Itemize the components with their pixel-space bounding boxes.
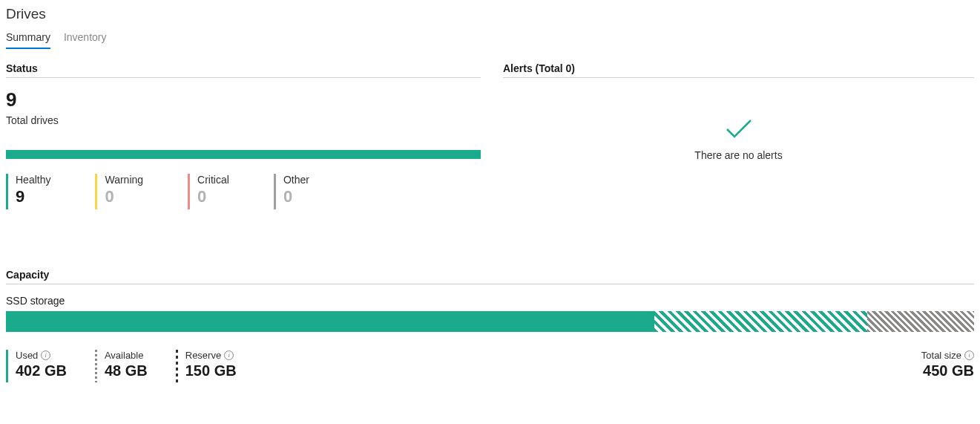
tabs: Summary Inventory bbox=[6, 31, 974, 49]
capacity-bar bbox=[6, 311, 974, 332]
accent-critical bbox=[188, 174, 190, 209]
capacity-card-available: Available 48 GB bbox=[95, 350, 148, 382]
status-value: 9 bbox=[16, 187, 50, 206]
capacity-used-label: Used bbox=[16, 350, 38, 361]
status-bar bbox=[6, 150, 481, 159]
status-card-warning: Warning 0 bbox=[95, 174, 143, 209]
accent-warning bbox=[95, 174, 97, 209]
capacity-available-label: Available bbox=[105, 350, 144, 361]
capacity-meta: Used i 402 GB Available 48 GB bbox=[6, 350, 974, 382]
capacity-total-label: Total size bbox=[921, 350, 961, 361]
info-icon[interactable]: i bbox=[224, 350, 234, 360]
status-total-value: 9 bbox=[6, 88, 481, 111]
capacity-bar-reserve bbox=[654, 311, 867, 332]
status-header: Status bbox=[6, 62, 481, 78]
accent-reserve bbox=[176, 350, 178, 382]
info-icon[interactable]: i bbox=[964, 350, 974, 360]
capacity-total-value: 450 GB bbox=[921, 362, 974, 379]
alerts-panel: Alerts (Total 0) There are no alerts bbox=[503, 62, 974, 209]
tab-inventory[interactable]: Inventory bbox=[64, 31, 107, 49]
status-label: Warning bbox=[105, 174, 143, 186]
capacity-panel: Capacity SSD storage Used i 402 GB bbox=[6, 269, 974, 382]
capacity-reserve-label: Reserve bbox=[185, 350, 221, 361]
capacity-used-value: 402 GB bbox=[16, 362, 67, 379]
status-value: 0 bbox=[105, 187, 143, 206]
info-icon[interactable]: i bbox=[41, 350, 50, 360]
status-value: 0 bbox=[283, 187, 309, 206]
status-label: Other bbox=[283, 174, 309, 186]
accent-available bbox=[95, 350, 97, 382]
checkmark-icon bbox=[724, 118, 754, 142]
capacity-bar-available bbox=[867, 311, 974, 332]
accent-healthy bbox=[6, 174, 8, 209]
status-panel: Status 9 Total drives Healthy 9 Warning … bbox=[6, 62, 481, 209]
capacity-header: Capacity bbox=[6, 269, 974, 284]
status-value: 0 bbox=[197, 187, 229, 206]
status-card-critical: Critical 0 bbox=[188, 174, 229, 209]
capacity-card-reserve: Reserve i 150 GB bbox=[176, 350, 237, 382]
status-card-healthy: Healthy 9 bbox=[6, 174, 50, 209]
status-label: Critical bbox=[197, 174, 229, 186]
accent-used bbox=[6, 350, 8, 382]
alerts-empty-text: There are no alerts bbox=[694, 149, 782, 161]
status-label: Healthy bbox=[16, 174, 50, 186]
page-title: Drives bbox=[6, 6, 974, 22]
status-total-label: Total drives bbox=[6, 114, 481, 126]
storage-type-label: SSD storage bbox=[6, 295, 974, 307]
capacity-bar-used bbox=[6, 311, 654, 332]
capacity-card-total: Total size i 450 GB bbox=[921, 350, 974, 379]
alerts-empty: There are no alerts bbox=[503, 88, 974, 161]
capacity-card-used: Used i 402 GB bbox=[6, 350, 67, 382]
status-card-other: Other 0 bbox=[274, 174, 309, 209]
tab-summary[interactable]: Summary bbox=[6, 31, 50, 49]
capacity-available-value: 48 GB bbox=[105, 362, 148, 379]
capacity-reserve-value: 150 GB bbox=[185, 362, 237, 379]
accent-other bbox=[274, 174, 276, 209]
alerts-header: Alerts (Total 0) bbox=[503, 62, 974, 78]
status-cards: Healthy 9 Warning 0 Critical 0 bbox=[6, 174, 481, 209]
